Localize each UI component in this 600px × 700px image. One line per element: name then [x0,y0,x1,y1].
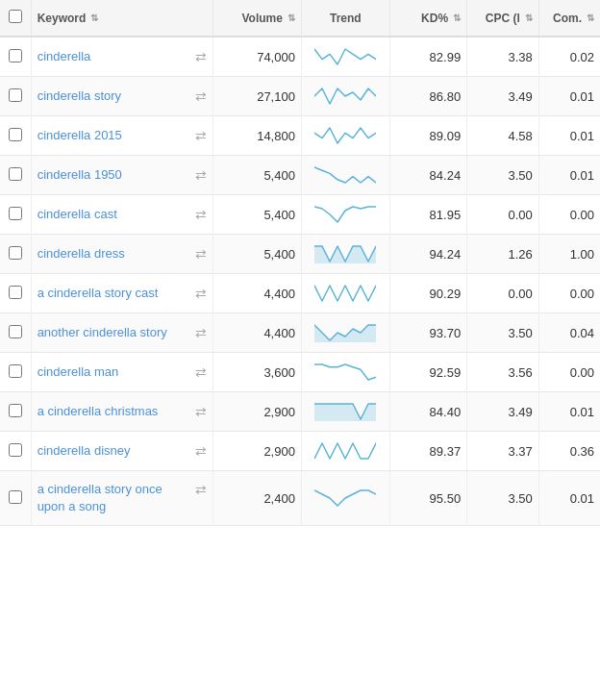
add-keyword-icon[interactable]: ⇄ [195,128,207,143]
volume-cell: 2,900 [213,392,302,432]
trend-cell [301,353,389,392]
add-keyword-icon[interactable]: ⇄ [195,443,207,459]
row-checkbox[interactable] [9,404,22,417]
keyword-table: Keyword ⇅ Volume ⇅ Trend KD% ⇅ [0,0,600,526]
select-all-checkbox[interactable] [9,10,22,23]
keyword-link[interactable]: cinderella disney [38,442,191,460]
cpc-cell: 3.38 [467,37,539,77]
com-cell: 0.01 [538,77,600,116]
com-cell: 0.04 [538,313,600,353]
table-row: cinderella disney⇄2,90089.373.370.36 [0,432,600,471]
keyword-link[interactable]: cinderella [38,48,191,65]
row-checkbox-cell [0,313,31,353]
table-row: cinderella dress⇄5,40094.241.261.00 [0,235,600,274]
row-checkbox[interactable] [9,364,22,378]
row-checkbox[interactable] [9,443,22,457]
row-checkbox[interactable] [9,325,22,338]
row-checkbox[interactable] [9,286,22,299]
keyword-link[interactable]: cinderella dress [38,245,191,262]
row-checkbox[interactable] [9,207,22,220]
header-kd[interactable]: KD% ⇅ [389,0,466,37]
trend-cell [301,195,389,235]
keyword-cell: cinderella⇄ [31,37,212,77]
kd-cell: 89.37 [389,432,466,471]
volume-cell: 2,400 [213,471,302,526]
keyword-cell: another cinderella story⇄ [31,313,212,353]
table-row: cinderella cast⇄5,40081.950.000.00 [0,195,600,235]
trend-cell [301,77,389,116]
kd-cell: 82.99 [389,37,466,77]
kd-cell: 84.24 [389,156,466,195]
com-cell: 0.01 [538,392,600,432]
trend-cell [301,471,389,526]
add-keyword-icon[interactable]: ⇄ [195,246,207,262]
keyword-link[interactable]: cinderella story [38,88,191,105]
keyword-link[interactable]: a cinderella story cast [38,285,191,302]
trend-cell [301,432,389,471]
keyword-cell: a cinderella christmas⇄ [31,392,212,432]
row-checkbox-cell [0,195,31,235]
keyword-cell: cinderella man⇄ [31,353,212,392]
header-volume[interactable]: Volume ⇅ [213,0,302,37]
add-keyword-icon[interactable]: ⇄ [195,325,207,340]
row-checkbox-cell [0,37,31,77]
cpc-cell: 3.49 [467,77,539,116]
add-keyword-icon[interactable]: ⇄ [195,364,207,380]
keyword-link[interactable]: cinderella 2015 [38,127,191,144]
keyword-link[interactable]: a cinderella story once upon a song [38,481,191,515]
trend-cell [301,37,389,77]
keyword-link[interactable]: a cinderella christmas [38,403,191,420]
add-keyword-icon[interactable]: ⇄ [195,404,207,419]
table-row: cinderella man⇄3,60092.593.560.00 [0,353,600,392]
header-com[interactable]: Com. ⇅ [538,0,600,37]
com-cell: 0.01 [538,471,600,526]
kd-cell: 95.50 [389,471,466,526]
cpc-cell: 3.37 [467,432,539,471]
add-keyword-icon[interactable]: ⇄ [195,88,207,104]
com-cell: 0.36 [538,432,600,471]
row-checkbox[interactable] [9,49,22,62]
keyword-sort-icon: ⇅ [90,12,98,23]
row-checkbox[interactable] [9,490,22,504]
keyword-cell: cinderella dress⇄ [31,235,212,274]
com-cell: 0.00 [538,274,600,313]
trend-cell [301,156,389,195]
header-trend: Trend [301,0,389,37]
trend-cell [301,392,389,432]
keyword-link[interactable]: cinderella man [38,363,191,381]
add-keyword-icon[interactable]: ⇄ [195,286,207,301]
kd-cell: 90.29 [389,274,466,313]
row-checkbox[interactable] [9,128,22,141]
trend-cell [301,116,389,156]
row-checkbox[interactable] [9,88,22,102]
table-body: cinderella⇄74,00082.993.380.02cinderella… [0,37,600,526]
volume-cell: 5,400 [213,156,302,195]
keyword-cell: cinderella disney⇄ [31,432,212,471]
row-checkbox[interactable] [9,246,22,260]
add-keyword-icon[interactable]: ⇄ [195,49,207,64]
row-checkbox-cell [0,235,31,274]
add-keyword-icon[interactable]: ⇄ [195,482,207,497]
header-cpc[interactable]: CPC (l ⇅ [467,0,539,37]
keyword-link[interactable]: another cinderella story [38,324,191,341]
row-checkbox-cell [0,353,31,392]
cpc-cell: 3.49 [467,392,539,432]
keyword-cell: cinderella 1950⇄ [31,156,212,195]
table-row: cinderella 1950⇄5,40084.243.500.01 [0,156,600,195]
keyword-link[interactable]: cinderella cast [38,206,191,223]
cpc-cell: 0.00 [467,274,539,313]
cpc-cell: 3.50 [467,471,539,526]
volume-cell: 3,600 [213,353,302,392]
add-keyword-icon[interactable]: ⇄ [195,207,207,222]
cpc-cell: 3.56 [467,353,539,392]
add-keyword-icon[interactable]: ⇄ [195,167,207,183]
cpc-sort-icon: ⇅ [525,12,533,23]
row-checkbox[interactable] [9,167,22,181]
row-checkbox-cell [0,77,31,116]
trend-cell [301,274,389,313]
header-keyword[interactable]: Keyword ⇅ [31,0,212,37]
header-check[interactable] [0,0,31,37]
row-checkbox-cell [0,471,31,526]
keyword-link[interactable]: cinderella 1950 [38,166,191,184]
row-checkbox-cell [0,116,31,156]
